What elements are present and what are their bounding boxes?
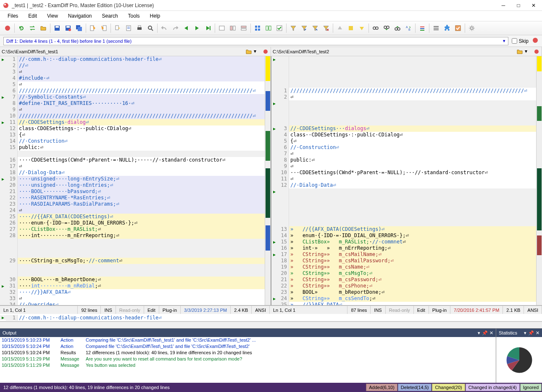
code-line[interactable]: 7⏎ [271,151,536,157]
output-row[interactable]: 10/15/2019 5:11:29 PMMessageAre you sure… [0,356,496,362]
code-line[interactable]: 13» //{{AFX_DATA(CDOESettings)⏎ [271,226,536,233]
code-line[interactable]: 9⏎ [271,163,536,170]
nav-down-icon[interactable] [357,23,367,33]
code-line[interactable]: 13{⏎ [0,132,265,138]
code-line[interactable]: 5⏎ [0,81,265,88]
dropdown-right-icon[interactable]: ▾ [525,48,531,55]
prev-diff-icon[interactable] [181,23,191,33]
filter-icon[interactable] [288,23,298,33]
code-line[interactable]: ▶7//·Symbolic·Constants⏎ [0,94,265,100]
code-line[interactable]: 9⏎ [0,107,265,113]
code-line[interactable]: 3⏎ [0,69,265,75]
code-line[interactable]: 32····//}}AFX_DATA⏎ [0,289,265,295]
code-line[interactable]: 4class··CDOESettings·:·public·CDialog⏎ [271,132,536,138]
code-line[interactable]: 10···CDOESettings(CWnd*·pParent·=·NULL);… [271,170,536,176]
output-row[interactable]: 10/15/2019 5:10:24 PMActionCompared file… [0,343,496,350]
undo-icon[interactable] [159,23,169,33]
right-edit[interactable]: Edit [414,306,429,314]
left-edit[interactable]: Edit [144,306,159,314]
right-overview-map[interactable] [536,56,542,305]
code-line[interactable]: 24⏎ [0,207,265,214]
horizontal-scrollbar[interactable] [0,321,542,328]
menu-search[interactable]: Search [98,12,122,20]
diff-report-icon[interactable] [124,23,134,33]
lines-icon[interactable] [431,23,441,33]
skip-checkbox-input[interactable] [512,38,517,44]
code-line[interactable]: 16» int·» » m_nErrReporting;⏎ [271,245,536,251]
code-line[interactable]: 2//⏎ [0,63,265,69]
stats-menu-icon[interactable]: ▾ [524,330,526,336]
find-next-icon[interactable] [382,23,392,33]
code-line[interactable]: ▶19····unsigned····long·nEntrySize;⏎ [0,176,265,182]
code-line[interactable]: ▶ [271,188,536,195]
stats-close-icon[interactable]: ✕ [536,330,539,336]
code-line[interactable]: 12//·Dialog·Data⏎ [271,182,536,188]
code-line[interactable]: 29····CString·m_csMsgTo;·//·comment⏎ [0,258,265,264]
left-plugin[interactable]: Plug-in [159,306,181,314]
code-line[interactable]: ▶ [271,56,536,63]
output-rows[interactable]: 10/15/2019 5:10:23 PMActionComparing fil… [0,337,496,383]
maximize-button[interactable]: □ [513,1,524,10]
check-icon[interactable] [274,23,284,33]
plugin-icon[interactable] [442,23,452,33]
settings-gear-icon[interactable] [467,23,477,33]
nav-up-icon[interactable] [335,23,345,33]
code-line[interactable]: 23» BOOL» m_bReportDone;⏎ [271,289,536,295]
find-prev-icon[interactable] [392,23,403,33]
code-line[interactable]: 4#include·⏎ [0,75,265,81]
close-button[interactable]: ✕ [528,1,539,10]
code-line[interactable]: 20» CString»» m_csMsgTo;⏎ [271,270,536,277]
filter-clear-icon[interactable] [321,23,331,33]
code-line[interactable]: 25····//{{AFX_DATA(CDOESettings)⏎ [0,214,265,220]
sync-scroll-icon[interactable] [263,23,274,33]
code-line[interactable] [271,81,536,88]
code-line[interactable]: 18//·Dialog·Data⏎ [0,170,265,176]
grid-icon[interactable] [253,23,263,33]
filter-right-icon[interactable] [310,23,320,33]
single-pane-icon[interactable] [217,23,227,33]
code-line[interactable]: 1///////////////////////////////////////… [271,88,536,94]
code-line[interactable]: 28····int·········m_nErrReporting;⏎ [0,233,265,239]
new-compare-icon[interactable] [3,23,13,33]
code-line[interactable] [0,151,265,157]
code-line[interactable] [271,220,536,226]
code-line[interactable]: ▶11//·CDOESettings·dialog⏎ [0,119,265,125]
dropdown-left-icon[interactable]: ▾ [254,48,260,55]
output-row[interactable]: 10/15/2019 5:10:23 PMActionComparing fil… [0,337,496,343]
menu-edit[interactable]: Edit [24,12,41,20]
output-row[interactable]: 10/15/2019 5:11:29 PMMessageYes button w… [0,362,496,368]
options-toggle-icon[interactable] [453,23,463,33]
code-line[interactable] [0,239,265,245]
output-row[interactable]: 10/15/2019 5:10:24 PMResults12 differenc… [0,350,496,356]
redo-icon[interactable] [170,23,180,33]
code-line[interactable] [271,113,536,119]
code-line[interactable] [271,69,536,75]
code-line[interactable]: 33⏎ [0,295,265,302]
code-line[interactable]: 21····BOOL········bPassword;⏎ [0,188,265,195]
diff-description-combo[interactable]: Diff 1: Delete 4 lines (1 - 4, first fil… [3,37,508,45]
code-line[interactable] [271,201,536,207]
save-all-icon[interactable] [74,23,84,33]
code-line[interactable]: 20····unsigned····long·nEntries;⏎ [0,182,265,188]
edit-left-icon[interactable] [88,23,98,33]
code-line[interactable]: ▶3//·CDOESettings···dialogs⏎ [271,125,536,132]
legend-ignored[interactable]: Ignored [520,384,542,391]
filter-left-icon[interactable] [299,23,309,33]
open-left-icon[interactable] [245,48,252,55]
code-line[interactable]: 19» CString»» m_csName;⏎ [271,264,536,270]
right-code-view[interactable]: ▶1//////////////////////////////////////… [271,56,536,305]
open-folder-icon[interactable] [38,23,48,33]
menu-help[interactable]: Help [146,12,165,20]
open-right-icon[interactable] [516,48,523,55]
code-line[interactable] [271,119,536,125]
swap-icon[interactable] [27,23,37,33]
code-line[interactable] [0,270,265,277]
next-diff-icon[interactable] [192,23,202,33]
save-icon[interactable] [52,23,62,33]
legend-changed-in-changed[interactable]: Changed in changed(4) [466,384,520,391]
code-line[interactable]: 26····enum·{·IDD·=·IDD_DIAL_ON_ERRORS·};… [0,220,265,226]
code-line[interactable]: 14» enum·{·IDD·=·IDD_DIAL_ON_ERRORS·};⏎ [271,233,536,239]
bookmark-icon[interactable] [417,23,427,33]
minimize-button[interactable]: ─ [497,1,509,10]
code-line[interactable]: ▶ [271,100,536,107]
